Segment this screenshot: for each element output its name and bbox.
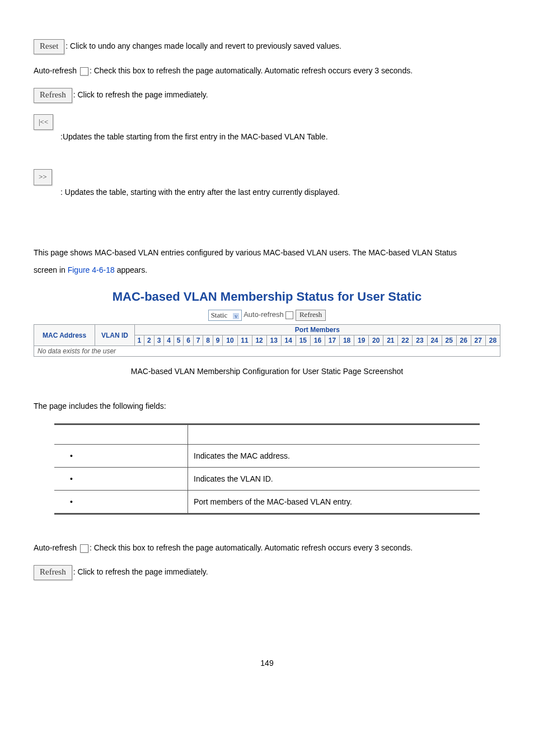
- user-select-value: Static: [211, 311, 228, 319]
- field-desc: Indicates the VLAN ID.: [188, 467, 480, 490]
- screenshot-figure: MAC-based VLAN Membership Status for Use…: [34, 290, 500, 376]
- port-col: 6: [184, 335, 194, 346]
- port-col: 11: [237, 335, 252, 346]
- port-col: 17: [325, 335, 339, 346]
- reset-button-row: Reset: Click to undo any changes made lo…: [34, 39, 500, 54]
- first-page-button[interactable]: |<<: [34, 114, 53, 130]
- fields-intro: The page includes the following fields:: [34, 401, 500, 412]
- scr-refresh-button[interactable]: Refresh: [296, 310, 326, 321]
- next-page-button-row: >> : Updates the table, starting with th…: [34, 169, 500, 199]
- screenshot-controls: Staticv Auto-refresh Refresh: [34, 310, 500, 321]
- port-col: 19: [354, 335, 369, 346]
- port-col: 23: [413, 335, 427, 346]
- intro-line-1: This page shows MAC-based VLAN entries c…: [34, 248, 457, 257]
- auto-refresh-desc: : Check this box to refresh the page aut…: [90, 66, 413, 75]
- col-mac-address: MAC Address: [34, 325, 95, 346]
- port-col: 1: [134, 335, 144, 346]
- reset-desc: : Click to undo any changes made locally…: [65, 41, 341, 50]
- auto-refresh-label: Auto-refresh: [34, 66, 77, 75]
- port-col: 14: [281, 335, 296, 346]
- port-col: 2: [144, 335, 154, 346]
- port-col: 28: [485, 335, 500, 346]
- intro-line-2c: appears.: [115, 265, 147, 274]
- scr-auto-refresh-checkbox[interactable]: [285, 311, 293, 319]
- port-col: 21: [383, 335, 398, 346]
- bullet-icon: •: [70, 497, 73, 506]
- refresh-desc: Click to refresh the page immediately.: [77, 567, 208, 576]
- screenshot-caption: MAC-based VLAN Membership Configuration …: [34, 367, 500, 376]
- no-data-row: No data exists for the user: [34, 346, 500, 357]
- chevron-down-icon: v: [233, 313, 239, 319]
- table-row: • Indicates the VLAN ID.: [54, 467, 480, 490]
- fields-table: • Indicates the MAC address. • Indicates…: [54, 423, 480, 515]
- refresh-button-row-bottom: Refresh: Click to refresh the page immed…: [34, 565, 500, 580]
- port-col: 24: [427, 335, 442, 346]
- refresh-desc: Click to refresh the page immediately.: [77, 90, 208, 99]
- refresh-button[interactable]: Refresh: [34, 565, 72, 580]
- fields-header-row: [54, 424, 480, 444]
- port-col: 9: [213, 335, 223, 346]
- bullet-icon: •: [70, 474, 73, 483]
- auto-refresh-desc: : Check this box to refresh the page aut…: [90, 543, 413, 552]
- table-row: • Port members of the MAC-based VLAN ent…: [54, 490, 480, 514]
- next-page-desc: : Updates the table, starting with the e…: [60, 188, 340, 197]
- table-row: • Indicates the MAC address.: [54, 444, 480, 467]
- page-number: 149: [34, 659, 500, 668]
- port-col: 25: [442, 335, 456, 346]
- port-col: 13: [266, 335, 281, 346]
- field-desc: Port members of the MAC-based VLAN entry…: [188, 490, 480, 514]
- port-col: 22: [398, 335, 413, 346]
- bullet-icon: •: [70, 451, 73, 460]
- col-vlan-id: VLAN ID: [95, 325, 134, 346]
- port-col: 27: [471, 335, 485, 346]
- port-col: 10: [223, 335, 237, 346]
- auto-refresh-label: Auto-refresh: [34, 543, 77, 552]
- user-select[interactable]: Staticv: [208, 310, 242, 321]
- next-page-button[interactable]: >>: [34, 169, 52, 185]
- refresh-button-row: Refresh: Click to refresh the page immed…: [34, 88, 500, 103]
- port-col: 20: [369, 335, 383, 346]
- membership-table: MAC Address VLAN ID Port Members 1 2 3 4…: [34, 324, 500, 357]
- port-col: 18: [340, 335, 354, 346]
- port-col: 7: [193, 335, 203, 346]
- checkbox-icon[interactable]: [80, 67, 88, 76]
- scr-auto-refresh-label: Auto-refresh: [243, 311, 284, 319]
- checkbox-icon[interactable]: [80, 544, 88, 553]
- port-col: 12: [252, 335, 266, 346]
- intro-paragraph: This page shows MAC-based VLAN entries c…: [34, 244, 500, 279]
- intro-line-2a: screen in: [34, 265, 68, 274]
- port-col: 3: [154, 335, 164, 346]
- refresh-button[interactable]: Refresh: [34, 88, 72, 103]
- port-col: 15: [296, 335, 310, 346]
- port-members-header: Port Members: [134, 325, 500, 335]
- auto-refresh-row: Auto-refresh : Check this box to refresh…: [34, 66, 500, 77]
- port-col: 16: [310, 335, 325, 346]
- first-page-button-row: |<< :Updates the table starting from the…: [34, 114, 500, 144]
- reset-button[interactable]: Reset: [34, 39, 64, 54]
- first-page-desc: :Updates the table starting from the fir…: [60, 132, 328, 141]
- field-desc: Indicates the MAC address.: [188, 444, 480, 467]
- port-col: 26: [456, 335, 471, 346]
- figure-link[interactable]: Figure 4-6-18: [68, 265, 115, 274]
- screenshot-title: MAC-based VLAN Membership Status for Use…: [34, 290, 500, 304]
- port-col: 4: [164, 335, 174, 346]
- port-col: 5: [174, 335, 184, 346]
- auto-refresh-row-bottom: Auto-refresh : Check this box to refresh…: [34, 543, 500, 554]
- port-col: 8: [203, 335, 213, 346]
